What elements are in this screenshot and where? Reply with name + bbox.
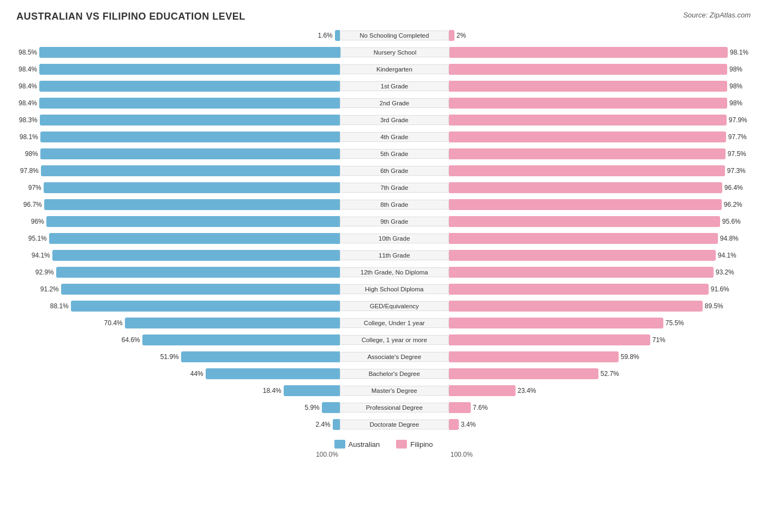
left-bar-container: 97.8% <box>16 165 340 176</box>
right-bar <box>449 148 726 159</box>
right-bar <box>449 334 650 345</box>
right-bar-container: 96.4% <box>449 182 751 193</box>
chart-row: 70.4% College, Under 1 year 75.5% <box>16 315 751 331</box>
left-bar-container: 96% <box>16 216 340 227</box>
left-bar <box>39 81 340 92</box>
right-bar-container: 97.7% <box>449 131 751 142</box>
left-bar-container: 98.3% <box>16 115 340 125</box>
right-value: 94.1% <box>718 252 739 259</box>
chart-row: 92.9% 12th Grade, No Diploma 93.2% <box>16 265 751 280</box>
left-bar-container: 96.7% <box>16 199 340 210</box>
right-bar <box>449 385 516 396</box>
left-value: 98.1% <box>17 133 38 141</box>
right-bar-container: 97.3% <box>449 165 751 176</box>
left-bar <box>142 334 340 345</box>
row-label: Associate's Degree <box>340 352 449 362</box>
right-value: 52.7% <box>601 370 621 378</box>
left-bar-container: 2.4% <box>16 419 340 430</box>
left-bar <box>61 284 340 295</box>
right-bar <box>449 216 720 227</box>
right-bar-container: 59.8% <box>449 351 751 362</box>
left-value: 92.9% <box>33 268 54 276</box>
left-bar <box>56 267 340 278</box>
row-label: College, Under 1 year <box>340 318 449 328</box>
left-bar <box>322 402 340 413</box>
row-label: 2nd Grade <box>340 98 449 108</box>
right-value: 89.5% <box>705 302 726 310</box>
right-bar-container: 93.2% <box>449 267 751 278</box>
right-bar-container: 94.1% <box>449 250 751 261</box>
right-bar <box>449 351 619 362</box>
chart-row: 91.2% High School Diploma 91.6% <box>16 282 751 297</box>
row-label: Professional Degree <box>340 403 449 413</box>
right-bar-container: 97.9% <box>449 115 751 125</box>
right-value: 96.4% <box>724 184 745 192</box>
left-bar-container: 98.4% <box>16 81 340 92</box>
right-bar-container: 2% <box>449 30 751 41</box>
right-bar <box>449 182 722 193</box>
right-bar <box>449 30 454 41</box>
left-bar-container: 88.1% <box>16 301 340 312</box>
right-value: 97.7% <box>728 133 749 141</box>
chart-row: 97% 7th Grade 96.4% <box>16 180 751 195</box>
chart-row: 98.3% 3rd Grade 97.9% <box>16 112 751 128</box>
right-bar <box>449 250 716 261</box>
right-value: 98% <box>729 65 750 73</box>
right-value: 2% <box>457 32 477 39</box>
right-bar-container: 98% <box>449 81 751 92</box>
right-bar <box>449 165 725 176</box>
right-bar-container: 98% <box>449 64 751 75</box>
left-bar <box>333 419 340 430</box>
chart-row: 98.4% 1st Grade 98% <box>16 79 751 94</box>
axis-right-label: 100.0% <box>448 451 751 458</box>
right-bar-container: 52.7% <box>449 368 751 379</box>
right-bar <box>449 284 709 295</box>
legend-label-australian: Australian <box>349 440 380 449</box>
chart-row: 97.8% 6th Grade 97.3% <box>16 163 751 178</box>
right-bar-container: 95.6% <box>449 216 751 227</box>
left-value: 64.6% <box>119 336 140 344</box>
row-label: 3rd Grade <box>340 115 449 125</box>
right-bar <box>449 131 726 142</box>
left-bar-container: 92.9% <box>16 267 340 278</box>
row-label: Bachelor's Degree <box>340 369 449 379</box>
right-value: 59.8% <box>621 353 642 361</box>
left-bar <box>284 385 340 396</box>
legend-label-filipino: Filipino <box>410 440 433 449</box>
right-bar <box>449 419 459 430</box>
chart-container: 1.6% No Schooling Completed 2% 98.5% Nur… <box>16 28 751 432</box>
left-value: 2.4% <box>310 421 331 428</box>
left-bar <box>52 250 340 261</box>
right-value: 98% <box>729 82 750 90</box>
chart-row: 1.6% No Schooling Completed 2% <box>16 28 751 43</box>
left-value: 96% <box>23 218 44 225</box>
left-bar <box>49 233 340 244</box>
left-value: 96.7% <box>21 201 42 208</box>
left-value: 97% <box>21 184 41 192</box>
left-bar-container: 98.4% <box>16 64 340 75</box>
left-value: 70.4% <box>102 319 123 327</box>
right-bar <box>449 81 727 92</box>
right-bar <box>449 318 663 328</box>
row-label: 1st Grade <box>340 81 449 91</box>
row-label: College, 1 year or more <box>340 335 449 345</box>
left-value: 88.1% <box>48 302 69 310</box>
left-bar-container: 98.4% <box>16 98 340 109</box>
left-value: 97.8% <box>18 167 39 175</box>
right-value: 98% <box>729 99 750 107</box>
row-label: 12th Grade, No Diploma <box>340 267 449 277</box>
left-bar-container: 64.6% <box>16 334 340 345</box>
left-bar-container: 44% <box>16 368 340 379</box>
left-value: 98.3% <box>17 116 38 124</box>
chart-row: 94.1% 11th Grade 94.1% <box>16 248 751 263</box>
row-label: Doctorate Degree <box>340 420 449 429</box>
row-label: Kindergarten <box>340 64 449 74</box>
row-label: 4th Grade <box>340 132 449 142</box>
chart-row: 98.4% 2nd Grade 98% <box>16 95 751 111</box>
left-bar-container: 5.9% <box>16 402 340 413</box>
row-label: 6th Grade <box>340 166 449 176</box>
chart-row: 88.1% GED/Equivalency 89.5% <box>16 298 751 314</box>
left-bar <box>44 182 340 193</box>
left-value: 44% <box>183 370 203 378</box>
row-label: High School Diploma <box>340 284 449 294</box>
